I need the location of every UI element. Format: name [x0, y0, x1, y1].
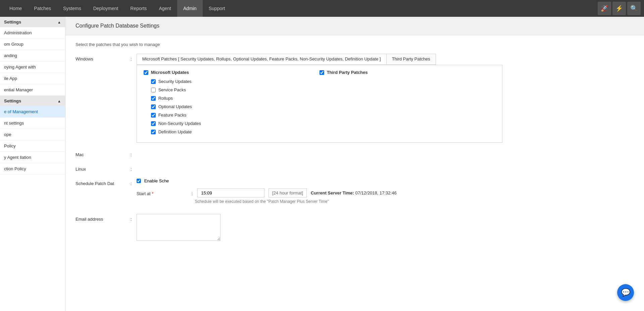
email-label: Email address [76, 214, 129, 222]
nav-right: 🚀 ⚡ 🔍 [598, 2, 641, 15]
start-at-row: Start at * : [24 hour format] Current Se… [137, 188, 397, 197]
sidebar-item-administration[interactable]: Administration [0, 27, 65, 39]
sidebar-item-policy[interactable]: Policy [0, 140, 65, 152]
nav-deployment[interactable]: Deployment [87, 0, 125, 17]
sidebar-item-scope-mgmt[interactable]: e of Management [0, 106, 65, 118]
email-textarea[interactable] [137, 214, 220, 241]
windows-dropdown-panel: Microsoft Updates Security Updates Servi… [137, 65, 502, 143]
nav-agent[interactable]: Agent [153, 0, 177, 17]
microsoft-updates-item: Microsoft Updates [144, 70, 319, 75]
search-icon-button[interactable]: 🔍 [627, 2, 641, 15]
windows-control-area: Microsoft Patches [ Security Updates, Ro… [137, 54, 634, 143]
content-area: Select the patches that you wish to mana… [65, 35, 644, 311]
schedule-form-row: Schedule Patch Dat : Enable Sche Start a… [76, 178, 634, 207]
third-party-patches-checkbox[interactable] [319, 70, 324, 75]
windows-tab-row: Microsoft Patches [ Security Updates, Ro… [137, 54, 436, 65]
windows-colon: : [129, 54, 137, 61]
third-party-patches-tab[interactable]: Third Party Patches [387, 54, 436, 64]
lightning-icon-button[interactable]: ⚡ [612, 2, 626, 15]
chat-icon: 💬 [621, 288, 630, 297]
sidebar-item-credential-manager[interactable]: ential Manager [0, 84, 65, 96]
section-subtitle: Select the patches that you wish to mana… [76, 42, 634, 47]
sidebar-item-com-group[interactable]: om Group [0, 39, 65, 50]
security-updates-item: Security Updates [151, 79, 319, 84]
email-colon: : [129, 214, 137, 222]
feature-packs-item: Feature Packs [151, 113, 319, 118]
collapse-arrow-1: ▲ [57, 20, 61, 24]
sidebar-item-scope[interactable]: ope [0, 129, 65, 140]
sidebar-item-agent-installation[interactable]: y Agent llation [0, 152, 65, 163]
sidebar-item-deploying-agent[interactable]: oying Agent with [0, 61, 65, 73]
schedule-label: Schedule Patch Dat [76, 178, 129, 186]
security-updates-checkbox[interactable] [151, 79, 156, 84]
enable-schedule-checkbox[interactable] [137, 179, 141, 183]
sidebar-section-settings-2[interactable]: Settings ▲ [0, 96, 65, 106]
server-time: Current Server Time: 07/12/2018, 17:32:4… [311, 190, 397, 195]
linux-label: Linux [76, 164, 129, 172]
mac-form-row: Mac : [76, 149, 634, 157]
schedule-colon: : [129, 178, 137, 186]
microsoft-updates-checkbox[interactable] [144, 70, 148, 75]
feature-packs-checkbox[interactable] [151, 113, 156, 118]
nav-admin[interactable]: Admin [177, 0, 203, 17]
checkbox-col-right: Third Party Patches [319, 70, 495, 138]
linux-colon: : [129, 164, 137, 172]
start-at-inputs: [24 hour format] Current Server Time: 07… [197, 188, 396, 197]
sidebar-item-branding[interactable]: anding [0, 50, 65, 61]
optional-updates-checkbox[interactable] [151, 104, 156, 109]
rocket-icon-button[interactable]: 🚀 [598, 2, 611, 15]
email-control-area [137, 214, 634, 242]
schedule-header: Enable Sche [137, 178, 397, 183]
page-header: Configure Patch Database Settings [65, 17, 644, 35]
third-party-patches-item: Third Party Patches [319, 70, 495, 75]
layout: Settings ▲ Administration om Group andin… [0, 17, 644, 311]
windows-label: Windows [76, 54, 129, 61]
checkbox-col-left: Microsoft Updates Security Updates Servi… [144, 70, 319, 138]
time-input[interactable] [197, 188, 264, 197]
service-packs-item: Service Packs [151, 87, 319, 92]
sidebar-item-agent-settings[interactable]: nt settings [0, 118, 65, 129]
start-at-colon: : [190, 188, 198, 196]
sidebar-item-collection-policy[interactable]: ction Policy [0, 163, 65, 175]
linux-form-row: Linux : [76, 164, 634, 172]
nav-support[interactable]: Support [203, 0, 231, 17]
email-form-row: Email address : [76, 214, 634, 242]
schedule-note: Schedule will be executed based on the "… [195, 199, 397, 204]
mac-colon: : [129, 149, 137, 157]
mac-label: Mac [76, 149, 129, 157]
main-content: Configure Patch Database Settings Select… [65, 17, 644, 311]
non-security-checkbox[interactable] [151, 121, 156, 126]
sidebar-item-mobile-app[interactable]: ile App [0, 73, 65, 84]
schedule-control-area: Enable Sche Start at * : [24 hour fo [137, 178, 397, 204]
optional-updates-item: Optional Updates [151, 104, 319, 109]
chat-button[interactable]: 💬 [617, 284, 634, 301]
nav-reports[interactable]: Reports [124, 0, 153, 17]
top-nav: Home Patches Systems Deployment Reports … [0, 0, 644, 17]
definition-update-item: Definition Update [151, 129, 319, 134]
collapse-arrow-2: ▲ [57, 99, 61, 103]
nav-home[interactable]: Home [3, 0, 28, 17]
page-title: Configure Patch Database Settings [76, 23, 634, 29]
nav-patches[interactable]: Patches [28, 0, 57, 17]
time-hint: [24 hour format] [268, 188, 307, 197]
rollups-checkbox[interactable] [151, 96, 156, 101]
microsoft-patches-tab[interactable]: Microsoft Patches [ Security Updates, Ro… [137, 54, 387, 64]
required-mark: * [152, 191, 153, 196]
windows-form-row: Windows : Microsoft Patches [ Security U… [76, 54, 634, 143]
sidebar-section-settings-1[interactable]: Settings ▲ [0, 17, 65, 27]
start-at-label: Start at * [137, 188, 190, 196]
service-packs-checkbox[interactable] [151, 88, 156, 92]
rollups-item: Rollups [151, 96, 319, 101]
nav-systems[interactable]: Systems [57, 0, 87, 17]
non-security-item: Non-Security Updates [151, 121, 319, 126]
sidebar: Settings ▲ Administration om Group andin… [0, 17, 65, 311]
checkbox-grid: Microsoft Updates Security Updates Servi… [144, 70, 495, 138]
definition-update-checkbox[interactable] [151, 130, 156, 134]
